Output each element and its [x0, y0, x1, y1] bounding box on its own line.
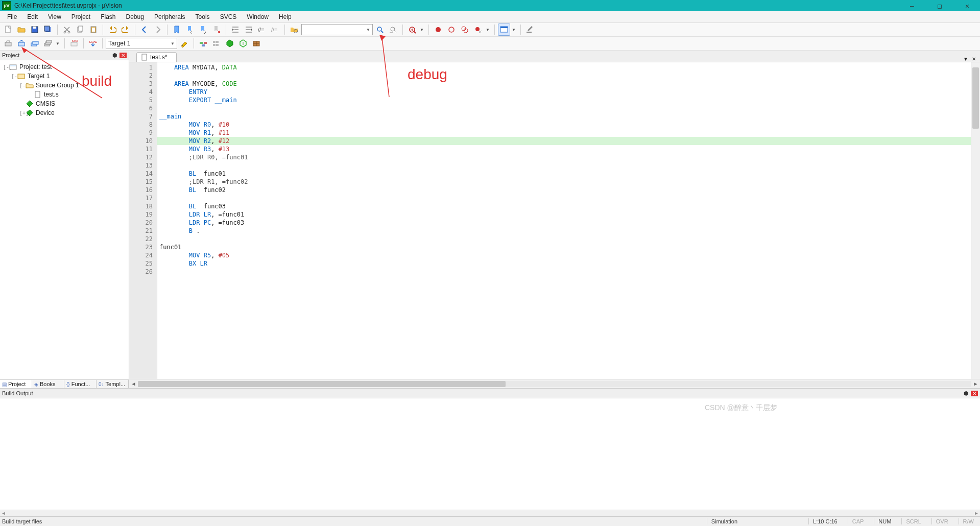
incremental-find-button[interactable]: [387, 23, 399, 36]
code-line[interactable]: BL func02: [157, 186, 971, 194]
kill-breakpoints-button[interactable]: [472, 23, 484, 36]
tree-expand-icon[interactable]: [-]: [3, 64, 9, 70]
maximize-button[interactable]: □: [933, 2, 946, 10]
debug-dropdown[interactable]: ▼: [419, 23, 425, 36]
tree-node[interactable]: CMSIS: [1, 99, 128, 108]
code-line[interactable]: MOV R1, #11: [157, 129, 971, 137]
code-body[interactable]: AREA MYDATA, DATA AREA MYCODE, CODE ENTR…: [157, 62, 971, 379]
configure-button[interactable]: [524, 23, 536, 36]
code-line[interactable]: AREA MYDATA, DATA: [157, 63, 971, 71]
code-line[interactable]: AREA MYCODE, CODE: [157, 80, 971, 88]
menu-debug[interactable]: Debug: [121, 12, 149, 21]
tree-expand-icon[interactable]: [-]: [19, 83, 26, 88]
tree-node[interactable]: test.s: [1, 90, 128, 99]
tab-close-button[interactable]: ✕: [970, 56, 978, 62]
pane-tab-books[interactable]: ◈Books: [32, 380, 64, 388]
scrollbar-thumb[interactable]: [138, 381, 506, 387]
find-in-files-button[interactable]: [288, 23, 300, 36]
scroll-left-icon[interactable]: ◄: [129, 381, 138, 387]
find-combo[interactable]: ▼: [301, 24, 373, 35]
disable-all-breakpoints-button[interactable]: [459, 23, 471, 36]
code-line[interactable]: ;LDR R0, =func01: [157, 153, 971, 161]
code-line[interactable]: BX LR: [157, 259, 971, 268]
translate-button[interactable]: [2, 37, 14, 50]
menu-peripherals[interactable]: Peripherals: [149, 12, 190, 21]
nav-forward-button[interactable]: [152, 23, 164, 36]
code-editor[interactable]: 1234567891011121314151617181920212223242…: [129, 62, 980, 379]
code-line[interactable]: [157, 268, 971, 276]
code-line[interactable]: LDR PC, =func03: [157, 219, 971, 227]
tree-expand-icon[interactable]: [+]: [19, 110, 26, 116]
uncomment-button[interactable]: //≡: [269, 23, 281, 36]
scrollbar-thumb[interactable]: [972, 67, 979, 129]
pin-icon[interactable]: ⬢: [111, 52, 118, 59]
tree-node[interactable]: [-]Source Group 1: [1, 81, 128, 90]
close-button[interactable]: ✕: [961, 2, 974, 10]
bookmark-prev-button[interactable]: [184, 23, 196, 36]
undo-button[interactable]: [106, 23, 118, 36]
manage-project-button[interactable]: [197, 37, 209, 50]
breakpoints-dropdown[interactable]: ▼: [485, 23, 491, 36]
code-line[interactable]: B .: [157, 227, 971, 235]
close-pane-button[interactable]: ✕: [119, 53, 127, 58]
target-options-button[interactable]: [178, 37, 190, 50]
pin-icon[interactable]: ⬢: [963, 390, 970, 397]
insert-breakpoint-button[interactable]: [432, 23, 444, 36]
save-all-button[interactable]: [42, 23, 54, 36]
code-line[interactable]: LDR LR, =func01: [157, 210, 971, 219]
rebuild-button[interactable]: [29, 37, 41, 50]
paste-button[interactable]: [87, 23, 100, 36]
pane-tab-project[interactable]: ▤Project: [0, 380, 32, 388]
manage-rte-button[interactable]: [224, 37, 236, 50]
build-output-scrollbar[interactable]: ◄ ►: [0, 510, 980, 516]
new-file-button[interactable]: [2, 23, 14, 36]
debug-button[interactable]: d: [406, 23, 418, 36]
bookmark-toggle-button[interactable]: [171, 23, 183, 36]
save-button[interactable]: [29, 23, 41, 36]
tab-dropdown-button[interactable]: ▼: [962, 56, 970, 62]
download-button[interactable]: LOAD: [87, 37, 99, 50]
code-line[interactable]: ENTRY: [157, 88, 971, 96]
code-line[interactable]: [157, 104, 971, 112]
pack-installer-button[interactable]: [250, 37, 262, 50]
code-line[interactable]: BL func03: [157, 202, 971, 210]
code-line[interactable]: MOV R3, #13: [157, 145, 971, 153]
code-line[interactable]: [157, 71, 971, 80]
project-tree[interactable]: [-]Project: test[-]Target 1[-]Source Gro…: [0, 60, 129, 379]
pane-tab-funcs[interactable]: {}Funct...: [64, 380, 97, 388]
code-line[interactable]: BL func01: [157, 170, 971, 178]
editor-tab[interactable]: test.s*: [136, 52, 177, 62]
code-line[interactable]: func01: [157, 243, 971, 251]
menu-file[interactable]: File: [2, 12, 22, 21]
window-layout-button[interactable]: [498, 23, 510, 36]
target-select[interactable]: Target 1▼: [106, 38, 177, 49]
code-line[interactable]: ;LDR R1, =func02: [157, 178, 971, 186]
vertical-scrollbar[interactable]: [971, 62, 980, 379]
bookmark-clear-button[interactable]: [210, 23, 223, 36]
menu-tools[interactable]: Tools: [190, 12, 215, 21]
disable-breakpoint-button[interactable]: [445, 23, 458, 36]
open-file-button[interactable]: [15, 23, 28, 36]
bookmark-next-button[interactable]: [197, 23, 209, 36]
horizontal-scrollbar[interactable]: ◄ ►: [129, 379, 980, 388]
build-button[interactable]: [15, 37, 28, 50]
code-line[interactable]: [157, 194, 971, 202]
menu-help[interactable]: Help: [274, 12, 297, 21]
menu-svcs[interactable]: SVCS: [215, 12, 242, 21]
pane-tab-templ[interactable]: 0↓Templ...: [97, 380, 129, 388]
nav-back-button[interactable]: [138, 23, 151, 36]
menu-window[interactable]: Window: [242, 12, 274, 21]
code-line[interactable]: MOV R2, #12: [157, 137, 971, 145]
code-line[interactable]: EXPORT __main: [157, 96, 971, 104]
window-layout-dropdown[interactable]: ▼: [511, 23, 517, 36]
menu-flash[interactable]: Flash: [95, 12, 121, 21]
code-line[interactable]: MOV R0, #10: [157, 121, 971, 129]
code-line[interactable]: __main: [157, 112, 971, 121]
redo-button[interactable]: [119, 23, 132, 36]
code-line[interactable]: MOV R5, #05: [157, 251, 971, 259]
copy-button[interactable]: [74, 23, 86, 36]
manage-multi-project-button[interactable]: [210, 37, 223, 50]
code-line[interactable]: [157, 161, 971, 170]
cut-button[interactable]: [61, 23, 73, 36]
batch-build-button[interactable]: [42, 37, 54, 50]
